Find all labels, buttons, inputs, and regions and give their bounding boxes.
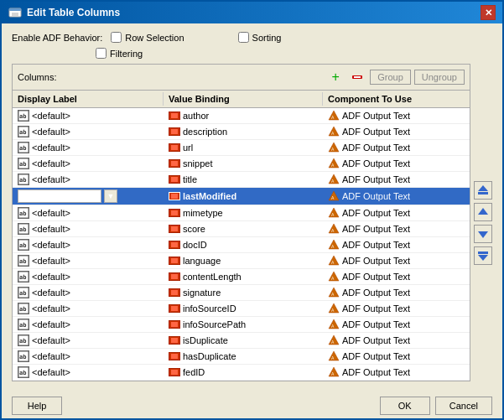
table-row[interactable]: ab<default>titleAADF Output Text	[13, 172, 470, 188]
binding-text: lastModified	[183, 191, 236, 201]
table-row[interactable]: ab<default>contentLengthAADF Output Text	[13, 269, 470, 285]
remove-column-button[interactable]	[348, 68, 366, 86]
binding-icon	[169, 257, 180, 265]
default-icon: ab	[18, 303, 29, 314]
display-label-text: <default>	[32, 224, 70, 234]
close-button[interactable]: ✕	[481, 5, 496, 20]
binding-text: language	[183, 256, 221, 266]
binding-text: snippet	[183, 158, 212, 169]
component-text: ADF Output Text	[342, 143, 410, 153]
ok-button[interactable]: OK	[380, 397, 430, 415]
component-text: ADF Output Text	[342, 335, 410, 345]
binding-icon	[169, 111, 180, 120]
value-binding-cell: description	[164, 124, 323, 139]
binding-text: infoSourcePath	[183, 319, 246, 329]
move-down-button[interactable]	[474, 225, 492, 243]
binding-text: mimetype	[183, 208, 223, 218]
display-label-text: <default>	[32, 319, 70, 329]
ungroup-button[interactable]: Ungroup	[414, 70, 465, 85]
adf-icon: A	[328, 271, 340, 283]
display-label-text: <default>	[32, 158, 70, 169]
table-row[interactable]: ab<default>infoSourceIDAADF Output Text	[13, 301, 470, 317]
value-binding-cell: contentLength	[164, 269, 323, 284]
adf-icon: A	[328, 350, 340, 362]
display-label-input[interactable]	[18, 189, 101, 203]
display-label-text: <default>	[32, 367, 70, 377]
value-binding-cell: url	[164, 140, 323, 155]
move-top-button[interactable]	[474, 181, 492, 200]
component-cell: AADF Output Text	[323, 269, 470, 284]
display-label-cell: ab<default>	[13, 301, 164, 316]
sorting-checkbox[interactable]	[238, 32, 249, 43]
adf-icon: A	[328, 126, 340, 137]
component-text: ADF Output Text	[342, 367, 410, 377]
component-text: ADF Output Text	[342, 191, 410, 201]
svg-rect-77	[478, 251, 488, 254]
columns-section: Columns: + Group Ungroup Display Label V…	[12, 64, 470, 381]
bottom-right-buttons: OK Cancel	[380, 397, 492, 415]
help-button[interactable]: Help	[12, 397, 62, 415]
display-dropdown[interactable]: ▼	[104, 189, 117, 203]
svg-marker-74	[478, 208, 488, 215]
window-icon	[8, 6, 22, 19]
table-row[interactable]: ab<default>descriptionAADF Output Text	[13, 124, 470, 140]
value-binding-cell: mimetype	[164, 205, 323, 220]
default-icon: ab	[18, 287, 29, 298]
display-label-cell: ab<default>	[13, 140, 164, 155]
table-row[interactable]: ab<default>signatureAADF Output Text	[13, 285, 470, 301]
binding-icon	[169, 368, 180, 376]
adf-icon: A	[328, 366, 340, 378]
table-row[interactable]: ab<default>languageAADF Output Text	[13, 253, 470, 269]
default-icon: ab	[18, 366, 29, 378]
table-row[interactable]: ab<default>urlAADF Output Text	[13, 140, 470, 156]
cancel-button[interactable]: Cancel	[435, 397, 492, 415]
default-icon: ab	[18, 319, 29, 330]
component-text: ADF Output Text	[342, 224, 410, 234]
svg-text:ab: ab	[19, 338, 26, 345]
value-binding-cell: hasDuplicate	[164, 349, 323, 364]
component-cell: AADF Output Text	[323, 237, 470, 252]
value-binding-cell: language	[164, 253, 323, 268]
binding-icon	[169, 143, 180, 152]
table-row[interactable]: ab<default>authorAADF Output Text	[13, 108, 470, 124]
svg-text:ab: ab	[19, 290, 26, 297]
table-header: Display Label Value Binding Component To…	[13, 91, 470, 108]
adf-icon: A	[328, 190, 340, 202]
table-row[interactable]: ab<default>snippetAADF Output Text	[13, 156, 470, 172]
bottom-bar: Help OK Cancel	[2, 390, 502, 420]
default-icon: ab	[18, 174, 29, 185]
add-column-button[interactable]: +	[326, 68, 345, 86]
columns-label: Columns:	[18, 72, 323, 82]
svg-marker-76	[478, 255, 488, 261]
table-row[interactable]: ab<default>infoSourcePathAADF Output Tex…	[13, 317, 470, 333]
component-text: ADF Output Text	[342, 127, 410, 137]
svg-text:ab: ab	[19, 226, 26, 233]
table-row[interactable]: ab<default>scoreAADF Output Text	[13, 221, 470, 237]
display-label-text: <default>	[32, 208, 70, 218]
group-button[interactable]: Group	[370, 70, 411, 85]
component-cell: AADF Output Text	[323, 285, 470, 300]
component-cell: AADF Output Text	[323, 365, 470, 380]
value-binding-cell: score	[164, 221, 323, 236]
value-binding-cell: lastModified	[164, 188, 323, 205]
svg-text:ab: ab	[19, 306, 26, 313]
row-selection-checkbox[interactable]	[111, 32, 122, 43]
table-row[interactable]: ab<default>docIDAADF Output Text	[13, 237, 470, 253]
move-up-button[interactable]	[474, 203, 492, 221]
move-bottom-button[interactable]	[474, 246, 492, 265]
col-header-display: Display Label	[13, 92, 164, 106]
component-cell: AADF Output Text	[323, 221, 470, 236]
display-label-text: <default>	[32, 111, 70, 121]
table-row[interactable]: ▼lastModifiedAADF Output Text	[13, 188, 470, 205]
table-row[interactable]: ab<default>mimetypeAADF Output Text	[13, 205, 470, 221]
table-row[interactable]: ab<default>isDuplicateAADF Output Text	[13, 333, 470, 349]
display-label-cell: ab<default>	[13, 172, 164, 187]
filtering-checkbox[interactable]	[96, 48, 107, 59]
binding-text: fedID	[183, 367, 205, 377]
adf-icon: A	[328, 255, 340, 267]
table-row[interactable]: ab<default>fedIDAADF Output Text	[13, 365, 470, 381]
display-label-text: <default>	[32, 143, 70, 153]
default-icon: ab	[18, 271, 29, 283]
table-row[interactable]: ab<default>hasDuplicateAADF Output Text	[13, 349, 470, 365]
default-icon: ab	[18, 239, 29, 251]
